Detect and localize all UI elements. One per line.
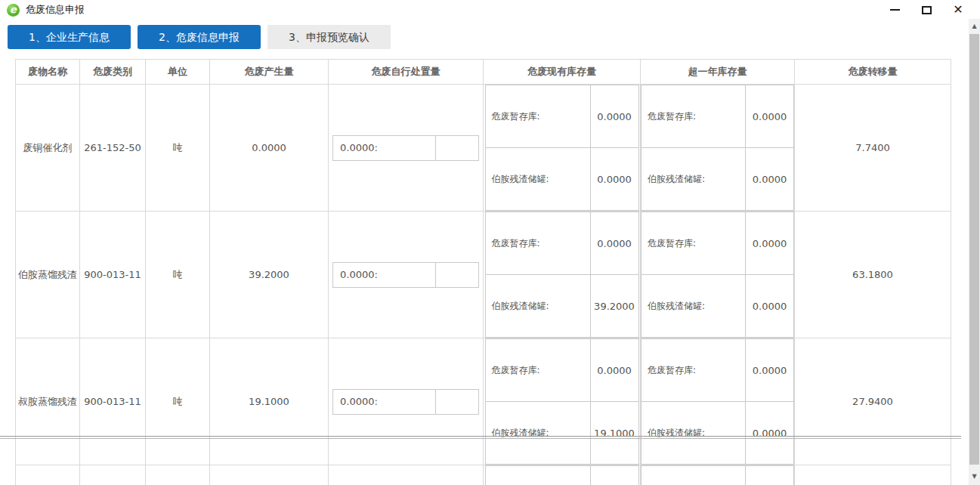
col-self-disposal-amount: 危废自行处置量	[329, 60, 484, 85]
self-disposal-extra-box[interactable]	[436, 135, 479, 161]
temp-storage-label: 危废暂存库:	[641, 339, 746, 402]
waste-category: 900-013-11	[84, 396, 141, 407]
minimize-icon	[890, 9, 900, 11]
maximize-icon	[922, 6, 932, 14]
unit-cell: 吨	[146, 338, 210, 465]
col-current-inventory: 危废现有库存量	[484, 60, 641, 85]
over-year-temp-storage-value: 0.0000	[746, 85, 794, 148]
tank-storage-label: 伯胺残渣储罐:	[641, 402, 746, 465]
produced-amount: 0.0000	[252, 142, 286, 153]
tab-enterprise-production-info[interactable]: 1、企业生产信息	[8, 25, 131, 49]
over-year-temp-storage-value: 0.0000	[746, 212, 794, 275]
self-disposal-cell: 0.0000:	[329, 212, 484, 338]
self-disposal-cell: 0.0000:	[329, 465, 484, 485]
table-row: 叔胺蒸馏残渣 900-013-11 吨 19.1000 0.0000: 危废暂存…	[16, 338, 951, 465]
unit: 吨	[173, 269, 183, 280]
col-transfer-amount: 危废转移量	[795, 60, 951, 85]
current-temp-storage-value: 0.0000	[590, 85, 638, 148]
waste-category-cell: 900-037-46	[80, 465, 146, 485]
current-inventory-cell: 危废暂存库: 0.0000 伯胺残渣储罐: 19.1000	[484, 338, 641, 465]
scroll-down-icon[interactable]: ▼	[969, 471, 980, 482]
self-disposal-input[interactable]: 0.0000:	[332, 262, 436, 288]
app-window: e 危废信息申报 ✕ 1、企业生产信息 2、危废信息申报 3、申报预览确认 废物…	[0, 0, 980, 485]
tank-storage-label: 伯胺残渣储罐:	[485, 275, 590, 338]
current-inventory-subtable: 危废暂存库: 0.0000 伯胺残渣储罐: 0.0000	[485, 465, 639, 485]
tank-storage-label: 伯胺残渣储罐:	[641, 275, 746, 338]
waste-category-cell: 900-013-11	[80, 212, 146, 338]
transfer-amount-cell: 0.0000	[795, 465, 951, 485]
waste-category-cell: 900-013-11	[80, 338, 146, 465]
self-disposal-input[interactable]: 0.0000:	[332, 389, 436, 415]
tab-declaration-preview-confirm[interactable]: 3、申报预览确认	[267, 25, 391, 49]
temp-storage-label: 危废暂存库:	[641, 466, 746, 485]
produced-amount: 39.2000	[249, 269, 289, 280]
self-disposal-extra-box[interactable]	[436, 389, 479, 415]
minimize-button[interactable]	[879, 2, 910, 18]
transfer-amount: 7.7400	[855, 142, 890, 153]
table-row: 废铜催化剂 261-152-50 吨 0.0000 0.0000: 危废暂存库:…	[16, 85, 951, 212]
col-unit: 单位	[146, 60, 210, 85]
waste-category: 261-152-50	[84, 142, 141, 153]
over-year-inventory-cell: 危废暂存库: 0.0000 伯胺残渣储罐: 0.0000	[641, 465, 795, 485]
current-tank-storage-value: 19.1000	[590, 402, 638, 465]
self-disposal-extra-box[interactable]	[436, 262, 479, 288]
window-controls: ✕	[879, 2, 974, 18]
close-button[interactable]: ✕	[942, 2, 974, 18]
app-browser-icon: e	[7, 4, 20, 17]
current-tank-storage-value: 39.2000	[590, 275, 638, 338]
waste-name-cell: 叔胺蒸馏残渣	[16, 338, 80, 465]
title-bar: e 危废信息申报	[0, 0, 980, 20]
unit-cell: 吨	[146, 212, 210, 338]
maximize-button[interactable]	[910, 2, 942, 18]
current-inventory-cell: 危废暂存库: 0.0000 伯胺残渣储罐: 39.2000	[484, 212, 641, 338]
wizard-tabs: 1、企业生产信息 2、危废信息申报 3、申报预览确认	[8, 25, 391, 49]
self-disposal-input[interactable]: 0.0000:	[332, 135, 436, 161]
produced-amount-cell: 39.2000	[210, 212, 329, 338]
current-inventory-cell: 危废暂存库: 0.0000 伯胺残渣储罐: 0.0000	[484, 85, 641, 212]
scroll-up-icon[interactable]: ▲	[969, 20, 980, 32]
scrollbar-thumb[interactable]	[969, 34, 979, 465]
waste-category: 900-013-11	[84, 269, 141, 280]
unit-cell: 吨	[146, 465, 210, 485]
table-row: 废镍催化剂 900-037-46 吨 0.0000 0.0000: 危废暂存库:…	[16, 465, 951, 485]
over-year-tank-storage-value: 0.0000	[746, 148, 794, 211]
transfer-amount: 27.9400	[852, 396, 893, 407]
waste-name: 废铜催化剂	[23, 142, 73, 153]
temp-storage-label: 危废暂存库:	[485, 212, 590, 275]
current-inventory-subtable: 危废暂存库: 0.0000 伯胺残渣储罐: 39.2000	[485, 212, 639, 338]
unit: 吨	[173, 396, 183, 407]
col-waste-category: 危废类别	[80, 60, 146, 85]
tab-hazardous-waste-declaration[interactable]: 2、危废信息申报	[138, 25, 261, 49]
temp-storage-label: 危废暂存库:	[641, 85, 746, 148]
over-year-inventory-subtable: 危废暂存库: 0.0000 伯胺残渣储罐: 0.0000	[641, 212, 794, 338]
self-disposal-cell: 0.0000:	[329, 338, 484, 465]
waste-name: 伯胺蒸馏残渣	[18, 269, 77, 280]
waste-category-cell: 261-152-50	[80, 85, 146, 212]
over-year-tank-storage-value: 0.0000	[746, 275, 794, 338]
unit-cell: 吨	[146, 85, 210, 212]
over-year-inventory-subtable: 危废暂存库: 0.0000 伯胺残渣储罐: 0.0000	[641, 85, 794, 211]
temp-storage-label: 危废暂存库:	[641, 212, 746, 275]
over-year-inventory-subtable: 危废暂存库: 0.0000 伯胺残渣储罐: 0.0000	[641, 465, 794, 485]
vertical-scrollbar[interactable]: ▲ ▼	[969, 19, 980, 485]
declaration-table-wrap: 废物名称 危废类别 单位 危废产生量 危废自行处置量 危废现有库存量 超一年库存…	[15, 59, 951, 485]
col-produced-amount: 危废产生量	[210, 60, 329, 85]
tank-storage-label: 伯胺残渣储罐:	[641, 148, 746, 211]
table-header: 废物名称 危废类别 单位 危废产生量 危废自行处置量 危废现有库存量 超一年库存…	[16, 60, 951, 85]
waste-name: 叔胺蒸馏残渣	[18, 396, 77, 407]
produced-amount: 19.1000	[249, 396, 289, 407]
window-title: 危废信息申报	[26, 3, 85, 17]
current-temp-storage-value: 0.0000	[590, 466, 638, 485]
current-inventory-subtable: 危废暂存库: 0.0000 伯胺残渣储罐: 0.0000	[485, 85, 639, 211]
temp-storage-label: 危废暂存库:	[485, 85, 590, 148]
current-temp-storage-value: 0.0000	[590, 212, 638, 275]
produced-amount-cell: 0.0000	[210, 465, 329, 485]
waste-name-cell: 废铜催化剂	[16, 85, 80, 212]
transfer-amount-cell: 63.1800	[795, 212, 951, 338]
table-row: 伯胺蒸馏残渣 900-013-11 吨 39.2000 0.0000: 危废暂存…	[16, 212, 951, 338]
declaration-table: 废物名称 危废类别 单位 危废产生量 危废自行处置量 危废现有库存量 超一年库存…	[15, 59, 951, 485]
transfer-amount: 63.1800	[852, 269, 893, 280]
waste-name-cell: 伯胺蒸馏残渣	[16, 212, 80, 338]
current-tank-storage-value: 0.0000	[590, 148, 638, 211]
current-inventory-cell: 危废暂存库: 0.0000 伯胺残渣储罐: 0.0000	[484, 465, 641, 485]
